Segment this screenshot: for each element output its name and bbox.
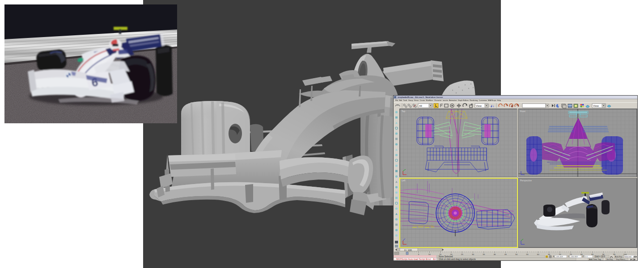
svg-text:Auto Key: Auto Key	[615, 255, 622, 258]
svg-text:X:: X:	[553, 255, 555, 258]
svg-text:Key Filters...: Key Filters...	[616, 258, 626, 260]
svg-text:Top: Top	[402, 110, 405, 113]
svg-text:Y:: Y:	[568, 255, 569, 258]
svg-text:-205.409: -205.409	[555, 255, 563, 258]
svg-text:Perspective: Perspective	[520, 179, 532, 182]
svg-text:Add Time Tag: Add Time Tag	[589, 258, 601, 260]
svg-text:Selected: Selected	[624, 255, 631, 258]
svg-text:View: View	[593, 105, 599, 107]
svg-text:-- MAXScript Auto-load Script: -- MAXScript Auto-load Script Error - Er…	[394, 258, 436, 260]
svg-text:0.0: 0.0	[585, 255, 588, 258]
svg-text:Z:: Z:	[582, 255, 584, 258]
svg-text:All: All	[419, 105, 422, 107]
svg-text:Front: Front	[520, 110, 525, 113]
svg-text:None Selected: None Selected	[439, 255, 453, 258]
svg-text:0 / 100: 0 / 100	[404, 249, 412, 251]
svg-text:Click or click and drag to sel: Click or click and drag to select object…	[439, 258, 476, 260]
svg-text:-245.959: -245.959	[570, 255, 578, 258]
svg-text:Left: Left	[402, 179, 406, 182]
svg-text:View: View	[476, 105, 482, 107]
svg-text:Set Key: Set Key	[606, 258, 613, 260]
svg-text:Grid = 10.0: Grid = 10.0	[595, 255, 605, 258]
